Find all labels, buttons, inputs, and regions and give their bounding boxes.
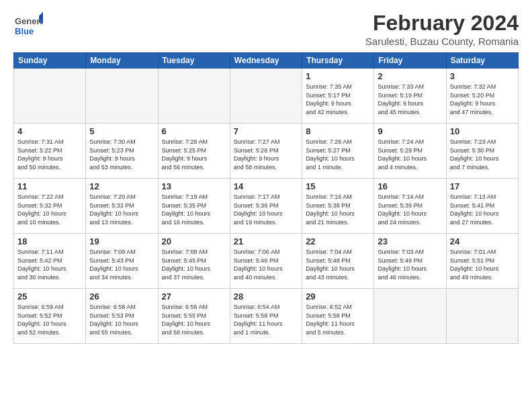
day-info: Sunrise: 7:30 AM Sunset: 5:23 PM Dayligh… [89,138,154,171]
calendar-cell: 26Sunrise: 6:58 AM Sunset: 5:53 PM Dayli… [86,289,158,344]
day-number: 26 [89,291,154,302]
calendar-cell [374,289,446,344]
calendar-day-header: Thursday [302,53,374,68]
calendar-day-header: Monday [86,53,158,68]
day-info: Sunrise: 7:19 AM Sunset: 5:35 PM Dayligh… [162,193,226,226]
day-info: Sunrise: 7:31 AM Sunset: 5:22 PM Dayligh… [17,138,82,171]
calendar-cell: 11Sunrise: 7:22 AM Sunset: 5:32 PM Dayli… [14,179,86,234]
day-info: Sunrise: 7:26 AM Sunset: 5:27 PM Dayligh… [306,138,370,171]
calendar-cell [446,289,518,344]
day-number: 2 [378,71,442,81]
day-info: Sunrise: 7:24 AM Sunset: 5:29 PM Dayligh… [378,138,442,171]
day-info: Sunrise: 7:11 AM Sunset: 5:42 PM Dayligh… [17,248,82,281]
calendar-cell [158,68,230,124]
day-number: 23 [378,236,442,246]
day-info: Sunrise: 7:03 AM Sunset: 5:49 PM Dayligh… [378,248,442,281]
calendar-cell [86,68,158,124]
day-number: 11 [17,181,82,191]
day-number: 17 [450,181,515,191]
calendar-table: SundayMondayTuesdayWednesdayThursdayFrid… [13,52,519,344]
calendar-cell: 16Sunrise: 7:14 AM Sunset: 5:39 PM Dayli… [374,179,446,234]
day-info: Sunrise: 7:14 AM Sunset: 5:39 PM Dayligh… [378,193,442,226]
calendar-day-header: Wednesday [230,53,302,68]
day-number: 6 [162,126,226,136]
day-number: 3 [450,71,515,81]
calendar-cell: 8Sunrise: 7:26 AM Sunset: 5:27 PM Daylig… [302,124,374,179]
calendar-week-row: 18Sunrise: 7:11 AM Sunset: 5:42 PM Dayli… [14,234,519,289]
day-info: Sunrise: 7:27 AM Sunset: 5:26 PM Dayligh… [234,138,298,171]
day-info: Sunrise: 7:35 AM Sunset: 5:17 PM Dayligh… [306,83,370,116]
logo-icon: General Blue [13,11,43,40]
day-number: 9 [378,126,442,136]
calendar-cell: 17Sunrise: 7:13 AM Sunset: 5:41 PM Dayli… [446,179,518,234]
calendar-cell [230,68,302,124]
day-info: Sunrise: 7:28 AM Sunset: 5:25 PM Dayligh… [162,138,226,171]
calendar-cell: 1Sunrise: 7:35 AM Sunset: 5:17 PM Daylig… [302,68,374,124]
calendar-cell: 22Sunrise: 7:04 AM Sunset: 5:48 PM Dayli… [302,234,374,289]
calendar-cell: 23Sunrise: 7:03 AM Sunset: 5:49 PM Dayli… [374,234,446,289]
calendar-cell: 5Sunrise: 7:30 AM Sunset: 5:23 PM Daylig… [86,124,158,179]
day-info: Sunrise: 7:22 AM Sunset: 5:32 PM Dayligh… [17,193,82,226]
calendar-week-row: 11Sunrise: 7:22 AM Sunset: 5:32 PM Dayli… [14,179,519,234]
calendar-cell: 20Sunrise: 7:08 AM Sunset: 5:45 PM Dayli… [158,234,230,289]
day-number: 24 [450,236,515,246]
calendar-week-row: 25Sunrise: 6:59 AM Sunset: 5:52 PM Dayli… [14,289,519,344]
logo: General Blue [13,11,43,43]
day-info: Sunrise: 7:13 AM Sunset: 5:41 PM Dayligh… [450,193,515,226]
day-info: Sunrise: 7:20 AM Sunset: 5:33 PM Dayligh… [89,193,154,226]
calendar-cell: 18Sunrise: 7:11 AM Sunset: 5:42 PM Dayli… [14,234,86,289]
svg-text:General: General [15,16,43,26]
calendar-cell: 28Sunrise: 6:54 AM Sunset: 5:56 PM Dayli… [230,289,302,344]
day-number: 20 [162,236,226,246]
calendar-cell: 9Sunrise: 7:24 AM Sunset: 5:29 PM Daylig… [374,124,446,179]
day-number: 27 [162,291,226,302]
calendar-cell: 4Sunrise: 7:31 AM Sunset: 5:22 PM Daylig… [14,124,86,179]
calendar-day-header: Sunday [14,53,86,68]
calendar-cell: 24Sunrise: 7:01 AM Sunset: 5:51 PM Dayli… [446,234,518,289]
day-number: 1 [306,71,370,81]
day-info: Sunrise: 7:09 AM Sunset: 5:43 PM Dayligh… [89,248,154,281]
day-number: 12 [89,181,154,191]
header: General Blue February 2024 Sarulesti, Bu… [13,11,519,47]
day-number: 25 [17,291,82,302]
day-info: Sunrise: 7:08 AM Sunset: 5:45 PM Dayligh… [162,248,226,281]
day-number: 13 [162,181,226,191]
day-number: 14 [234,181,298,191]
day-number: 8 [306,126,370,136]
location: Sarulesti, Buzau County, Romania [365,36,519,47]
calendar-cell: 13Sunrise: 7:19 AM Sunset: 5:35 PM Dayli… [158,179,230,234]
calendar-cell: 12Sunrise: 7:20 AM Sunset: 5:33 PM Dayli… [86,179,158,234]
day-number: 28 [234,291,298,302]
day-number: 5 [89,126,154,136]
title-block: February 2024 Sarulesti, Buzau County, R… [365,11,519,47]
page: General Blue February 2024 Sarulesti, Bu… [0,0,532,411]
calendar-cell: 2Sunrise: 7:33 AM Sunset: 5:19 PM Daylig… [374,68,446,124]
calendar-cell: 15Sunrise: 7:16 AM Sunset: 5:38 PM Dayli… [302,179,374,234]
day-info: Sunrise: 7:17 AM Sunset: 5:36 PM Dayligh… [234,193,298,226]
day-number: 4 [17,126,82,136]
calendar-week-row: 4Sunrise: 7:31 AM Sunset: 5:22 PM Daylig… [14,124,519,179]
day-info: Sunrise: 6:54 AM Sunset: 5:56 PM Dayligh… [234,303,298,336]
day-info: Sunrise: 7:06 AM Sunset: 5:46 PM Dayligh… [234,248,298,281]
day-info: Sunrise: 7:04 AM Sunset: 5:48 PM Dayligh… [306,248,370,281]
calendar-cell: 29Sunrise: 6:52 AM Sunset: 5:58 PM Dayli… [302,289,374,344]
day-info: Sunrise: 7:33 AM Sunset: 5:19 PM Dayligh… [378,83,442,116]
day-info: Sunrise: 7:01 AM Sunset: 5:51 PM Dayligh… [450,248,515,281]
calendar-day-header: Tuesday [158,53,230,68]
day-info: Sunrise: 6:52 AM Sunset: 5:58 PM Dayligh… [306,303,370,336]
day-info: Sunrise: 7:32 AM Sunset: 5:20 PM Dayligh… [450,83,515,116]
day-number: 15 [306,181,370,191]
month-title: February 2024 [365,11,519,36]
day-info: Sunrise: 6:58 AM Sunset: 5:53 PM Dayligh… [89,303,154,336]
calendar-cell: 10Sunrise: 7:23 AM Sunset: 5:30 PM Dayli… [446,124,518,179]
calendar-cell: 19Sunrise: 7:09 AM Sunset: 5:43 PM Dayli… [86,234,158,289]
day-number: 18 [17,236,82,246]
day-info: Sunrise: 6:59 AM Sunset: 5:52 PM Dayligh… [17,303,82,336]
day-number: 10 [450,126,515,136]
calendar-week-row: 1Sunrise: 7:35 AM Sunset: 5:17 PM Daylig… [14,68,519,124]
calendar-cell: 3Sunrise: 7:32 AM Sunset: 5:20 PM Daylig… [446,68,518,124]
calendar-cell [14,68,86,124]
calendar-header-row: SundayMondayTuesdayWednesdayThursdayFrid… [14,53,519,68]
calendar-day-header: Saturday [446,53,518,68]
day-number: 21 [234,236,298,246]
